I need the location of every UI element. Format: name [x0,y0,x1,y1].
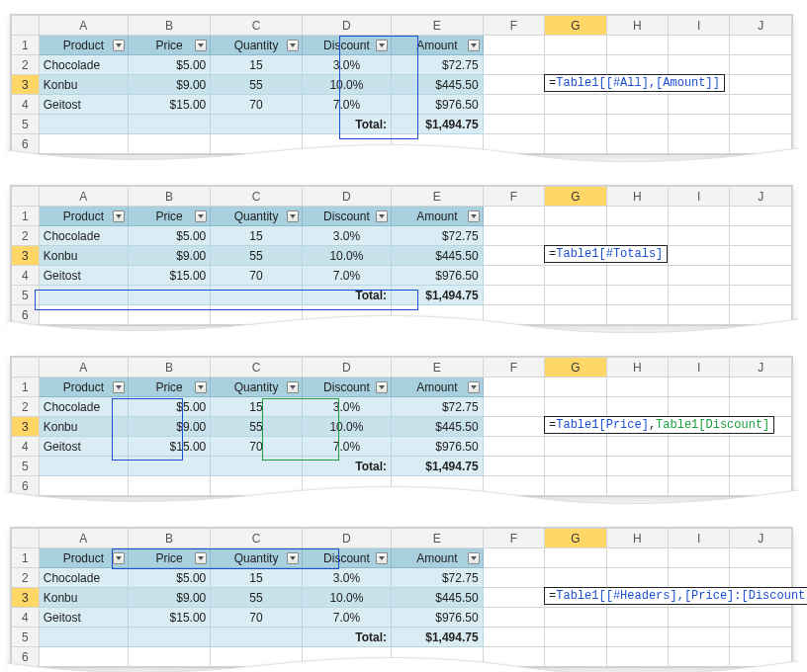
cell-A3[interactable]: Konbu [39,588,128,608]
cell-B4[interactable]: $15.00 [128,266,210,286]
cell-C1[interactable]: Quantity [211,548,303,568]
cell-B4[interactable]: $15.00 [128,437,210,457]
cell-F6[interactable] [483,134,544,154]
cell-F3[interactable] [483,417,544,437]
cell-F3[interactable] [483,246,544,266]
row-header-6[interactable]: 6 [12,305,40,325]
cell-I6[interactable] [669,305,730,325]
col-header-H[interactable]: H [606,529,668,548]
cell-H4[interactable] [606,437,668,457]
cell-E3[interactable]: $445.50 [392,75,484,95]
cell-F2[interactable] [483,226,544,246]
cell-G5[interactable] [545,457,606,476]
cell-B6[interactable] [128,476,210,496]
cell-H5[interactable] [606,286,668,305]
col-header-E[interactable]: E [392,187,484,207]
col-header-I[interactable]: I [669,16,730,36]
formula-editor[interactable]: =Table1[#Totals] [544,245,668,263]
col-header-E[interactable]: E [392,358,484,378]
cell-F4[interactable] [483,437,544,457]
cell-A6[interactable] [39,305,128,325]
cell-G1[interactable] [545,548,606,568]
cell-A2[interactable]: Chocolade [39,55,128,75]
select-all-corner[interactable] [12,358,40,378]
filter-dropdown-icon[interactable] [376,381,388,393]
cell-J3[interactable] [730,246,792,266]
cell-F1[interactable] [483,378,544,397]
cell-F3[interactable] [483,588,544,608]
cell-J6[interactable] [730,647,792,667]
row-header-6[interactable]: 6 [12,647,40,667]
cell-C4[interactable]: 70 [211,95,303,115]
cell-E4[interactable]: $976.50 [392,95,484,115]
col-header-B[interactable]: B [128,358,210,378]
cell-H1[interactable] [606,548,668,568]
cell-B1[interactable]: Price [128,36,210,55]
formula-editor[interactable]: =Table1[[#All],[Amount]] [544,74,725,92]
cell-D6[interactable] [302,647,391,667]
cell-I1[interactable] [669,207,730,226]
cell-F1[interactable] [483,548,544,568]
cell-G2[interactable] [545,568,606,588]
col-header-I[interactable]: I [669,529,730,548]
filter-dropdown-icon[interactable] [195,381,207,393]
cell-J1[interactable] [730,378,792,397]
cell-E2[interactable]: $72.75 [392,568,484,588]
cell-E2[interactable]: $72.75 [392,226,484,246]
filter-dropdown-icon[interactable] [287,40,299,51]
row-header-4[interactable]: 4 [12,437,40,457]
cell-A5[interactable] [39,286,128,305]
cell-I5[interactable] [669,628,730,647]
cell-C4[interactable]: 70 [211,608,303,628]
cell-G3[interactable]: =Table1[#Totals] [545,246,606,266]
cell-F5[interactable] [483,628,544,647]
cell-C2[interactable]: 15 [211,397,303,417]
row-header-4[interactable]: 4 [12,95,40,115]
cell-J5[interactable] [730,115,792,134]
cell-A4[interactable]: Geitost [39,266,128,286]
cell-C5[interactable] [211,115,303,134]
cell-G5[interactable] [545,286,606,305]
cell-H1[interactable] [606,378,668,397]
cell-D3[interactable]: 10.0% [302,417,391,437]
filter-dropdown-icon[interactable] [287,552,299,564]
col-header-D[interactable]: D [302,529,391,548]
col-header-C[interactable]: C [211,358,303,378]
cell-A5[interactable] [39,628,128,647]
cell-G2[interactable] [545,55,606,75]
col-header-D[interactable]: D [302,16,391,36]
col-header-G[interactable]: G [545,529,606,548]
cell-E2[interactable]: $72.75 [392,55,484,75]
cell-F4[interactable] [483,266,544,286]
cell-B3[interactable]: $9.00 [128,75,210,95]
cell-D1[interactable]: Discount [302,378,391,397]
cell-A6[interactable] [39,476,128,496]
cell-D2[interactable]: 3.0% [302,55,391,75]
cell-J5[interactable] [730,286,792,305]
cell-C6[interactable] [211,134,303,154]
cell-J1[interactable] [730,207,792,226]
cell-B3[interactable]: $9.00 [128,588,210,608]
filter-dropdown-icon[interactable] [195,210,207,222]
cell-G5[interactable] [545,628,606,647]
cell-B6[interactable] [128,305,210,325]
col-header-I[interactable]: I [669,187,730,207]
cell-J6[interactable] [730,476,792,496]
cell-G3[interactable]: =Table1[[#All],[Amount]] [545,75,606,95]
cell-A4[interactable]: Geitost [39,437,128,457]
row-header-6[interactable]: 6 [12,476,40,496]
cell-A4[interactable]: Geitost [39,608,128,628]
cell-F4[interactable] [483,95,544,115]
cell-B5[interactable] [128,628,210,647]
cell-C3[interactable]: 55 [211,588,303,608]
cell-E6[interactable] [392,476,484,496]
row-header-4[interactable]: 4 [12,266,40,286]
cell-H4[interactable] [606,266,668,286]
cell-H2[interactable] [606,226,668,246]
cell-D6[interactable] [302,134,391,154]
cell-A1[interactable]: Product [39,378,128,397]
cell-A2[interactable]: Chocolade [39,397,128,417]
cell-C3[interactable]: 55 [211,417,303,437]
cell-B6[interactable] [128,134,210,154]
cell-D3[interactable]: 10.0% [302,588,391,608]
